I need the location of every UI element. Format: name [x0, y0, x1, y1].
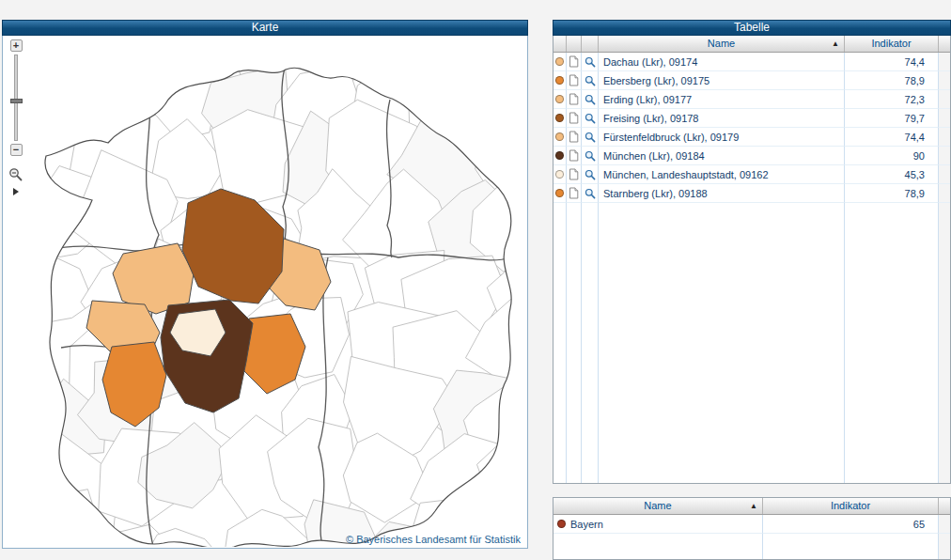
- zoom-slider-track[interactable]: [14, 54, 18, 141]
- zoom-in-button[interactable]: +: [10, 39, 23, 52]
- magnifier-icon[interactable]: [585, 188, 596, 199]
- row-name[interactable]: München, Landeshauptstadt, 09162: [599, 165, 845, 184]
- legend-dot-cell: [553, 128, 567, 147]
- document-icon[interactable]: [569, 93, 579, 105]
- row-indicator-value: 45,3: [845, 165, 939, 184]
- zoom-out-button[interactable]: −: [10, 144, 23, 156]
- document-icon[interactable]: [569, 55, 579, 68]
- table-row[interactable]: München (Lkr), 09184 90: [553, 147, 950, 165]
- magnifier-icon-cell[interactable]: [582, 53, 599, 71]
- magnifier-icon[interactable]: [585, 113, 596, 124]
- summary-indicator-value: 65: [763, 515, 939, 534]
- magnifier-icon-cell[interactable]: [582, 109, 599, 128]
- column-header-name-label: Name: [708, 38, 735, 49]
- row-name[interactable]: München (Lkr), 09184: [599, 147, 845, 165]
- legend-dot-cell: [553, 184, 567, 203]
- magnifier-icon[interactable]: [585, 132, 596, 143]
- scroll-gutter-cell: [939, 90, 950, 109]
- summary-table-body: Bayern 65: [553, 515, 950, 559]
- table-row[interactable]: München, Landeshauptstadt, 09162 45,3: [553, 165, 950, 184]
- document-icon[interactable]: [569, 187, 579, 199]
- scroll-gutter-cell: [939, 109, 950, 128]
- legend-dot: [557, 520, 566, 528]
- document-icon-cell[interactable]: [567, 128, 582, 147]
- magnifier-icon[interactable]: [585, 56, 596, 68]
- column-header-dot: [553, 36, 567, 52]
- row-indicator-value: 90: [845, 147, 939, 165]
- magnifier-icon-cell[interactable]: [582, 184, 599, 203]
- row-name[interactable]: Starnberg (Lkr), 09188: [599, 184, 845, 203]
- magnifier-icon[interactable]: [585, 75, 596, 86]
- bavaria-map[interactable]: [3, 36, 527, 547]
- legend-dot: [555, 189, 564, 197]
- zoom-box-icon[interactable]: [8, 167, 23, 182]
- table-row[interactable]: Starnberg (Lkr), 09188 78,9: [553, 184, 950, 203]
- map-cell: [469, 36, 527, 112]
- document-icon-cell[interactable]: [567, 184, 582, 203]
- magnifier-icon-cell[interactable]: [582, 128, 599, 147]
- legend-dot: [555, 114, 564, 122]
- row-name[interactable]: Erding (Lkr), 09177: [599, 90, 845, 109]
- column-header-mag: [582, 36, 599, 52]
- row-name[interactable]: Dachau (Lkr), 09174: [599, 53, 845, 71]
- magnifier-icon[interactable]: [585, 94, 596, 105]
- column-header-name[interactable]: Name ▲: [599, 36, 845, 52]
- document-icon-cell[interactable]: [567, 53, 582, 71]
- table-row[interactable]: Ebersberg (Lkr), 09175 78,9: [553, 71, 950, 90]
- legend-dot-cell: [553, 71, 567, 90]
- document-icon[interactable]: [569, 149, 579, 162]
- document-icon-cell[interactable]: [567, 147, 582, 165]
- document-icon[interactable]: [569, 131, 579, 143]
- map-cell: [398, 36, 517, 99]
- legend-dot: [555, 170, 564, 179]
- scroll-gutter-header: [939, 36, 950, 52]
- row-indicator-value: 74,4: [845, 53, 939, 71]
- row-name[interactable]: Freising (Lkr), 09178: [599, 109, 845, 128]
- magnifier-icon-cell[interactable]: [582, 147, 599, 165]
- document-icon[interactable]: [569, 74, 579, 86]
- row-indicator-value: 78,9: [845, 184, 939, 203]
- table-row[interactable]: Freising (Lkr), 09178 79,7: [553, 109, 950, 128]
- table-panel-title: Tabelle: [734, 21, 770, 34]
- row-name[interactable]: Ebersberg (Lkr), 09175: [599, 71, 845, 90]
- legend-dot: [555, 57, 564, 66]
- summary-empty-area: [553, 534, 950, 559]
- summary-row[interactable]: Bayern 65: [553, 515, 950, 534]
- legend-dot-cell: [553, 90, 567, 109]
- magnifier-icon-cell[interactable]: [582, 71, 599, 90]
- scroll-gutter-cell: [939, 147, 950, 165]
- summary-name-cell[interactable]: Bayern: [553, 515, 763, 534]
- summary-column-header-indikator[interactable]: Indikator: [763, 498, 939, 514]
- summary-name: Bayern: [570, 519, 603, 530]
- column-header-indikator[interactable]: Indikator: [845, 36, 939, 52]
- row-name[interactable]: Fürstenfeldbruck (Lkr), 09179: [599, 128, 845, 147]
- table-row[interactable]: Erding (Lkr), 09177 72,3: [553, 90, 950, 109]
- magnifier-icon-cell[interactable]: [582, 90, 599, 109]
- document-icon-cell[interactable]: [567, 71, 582, 90]
- map-cell: [351, 36, 435, 70]
- row-indicator-value: 79,7: [845, 109, 939, 128]
- table-row[interactable]: Fürstenfeldbruck (Lkr), 09179 74,4: [553, 128, 950, 147]
- document-icon-cell[interactable]: [567, 165, 582, 184]
- map-cell: [478, 72, 527, 163]
- table-empty-area: [553, 203, 950, 483]
- document-icon-cell[interactable]: [567, 90, 582, 109]
- document-icon[interactable]: [569, 168, 579, 180]
- pan-arrow-icon[interactable]: [11, 187, 21, 196]
- sort-asc-icon: ▲: [832, 36, 839, 52]
- sort-asc-icon: ▲: [750, 498, 757, 514]
- magnifier-icon[interactable]: [585, 169, 596, 180]
- summary-table-panel: Name ▲ Indikator Bayern 65: [553, 497, 951, 560]
- map-panel-title: Karte: [252, 21, 279, 34]
- document-icon-cell[interactable]: [567, 109, 582, 128]
- map-area[interactable]: + − © Bayerisches Landesamt für Statisti…: [2, 36, 528, 549]
- magnifier-icon-cell[interactable]: [582, 165, 599, 184]
- legend-dot: [555, 151, 564, 160]
- summary-column-header-name[interactable]: Name ▲: [553, 498, 763, 514]
- zoom-slider-handle[interactable]: [10, 99, 23, 103]
- map-cell: [74, 36, 175, 88]
- table-row[interactable]: Dachau (Lkr), 09174 74,4: [553, 53, 950, 71]
- document-icon[interactable]: [569, 112, 579, 124]
- magnifier-icon[interactable]: [585, 150, 596, 162]
- map-panel: Karte: [2, 20, 528, 549]
